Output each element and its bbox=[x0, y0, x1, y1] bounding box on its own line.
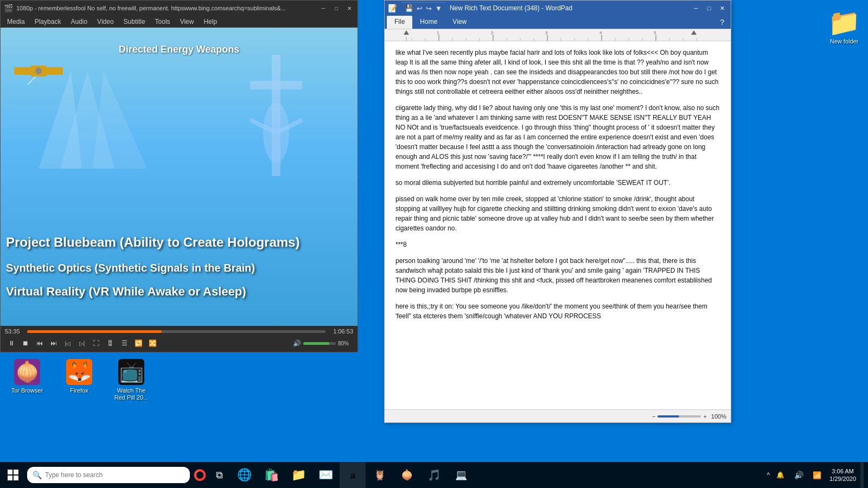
video-overlay-text2: Project Bluebeam (Ability to Create Holo… bbox=[6, 235, 299, 250]
firefox-icon-img: 🦊 bbox=[66, 359, 92, 385]
desktop-icon-watch-red-pill[interactable]: 📺 Watch TheRed Pill 20... bbox=[110, 357, 153, 403]
vlc-app-icon: 🎬 bbox=[4, 4, 13, 12]
svg-rect-45 bbox=[8, 470, 12, 474]
svg-text:1: 1 bbox=[437, 30, 439, 35]
desktop-icon-tor-browser[interactable]: 🧅 Tor Browser bbox=[5, 357, 49, 396]
fullscreen-button[interactable]: ⛶ bbox=[90, 337, 103, 350]
qat-undo[interactable]: ↩ bbox=[417, 4, 423, 12]
taskbar-app-amazon[interactable]: 𝐚 bbox=[340, 462, 366, 488]
taskbar-app-vlc[interactable]: 🎵 bbox=[421, 462, 447, 488]
wordpad-titlebar[interactable]: 📝 💾 ↩ ↪ ▼ New Rich Text Document (348) -… bbox=[385, 1, 731, 16]
playlist-button[interactable]: ☰ bbox=[118, 337, 131, 350]
play-pause-button[interactable]: ⏸ bbox=[5, 337, 18, 350]
vlc-menu-view[interactable]: View bbox=[176, 16, 199, 28]
qat-redo[interactable]: ↪ bbox=[426, 4, 432, 12]
search-icon: 🔍 bbox=[33, 471, 42, 479]
taskbar-app-store[interactable]: 🛍️ bbox=[258, 462, 284, 488]
wordpad-minimize-button[interactable]: ─ bbox=[691, 3, 701, 14]
system-tray: ^ 🔔 🔊 📶 3:06 AM 1/29/2020 bbox=[762, 462, 868, 488]
zoom-pct-label: 100% bbox=[711, 413, 726, 420]
desktop: 🎬 1080p - rememberlessfool No self, no f… bbox=[0, 0, 868, 488]
wordpad-maximize-button[interactable]: □ bbox=[704, 3, 714, 14]
vlc-title: 1080p - rememberlessfool No self, no fre… bbox=[16, 5, 315, 11]
svg-text:3: 3 bbox=[545, 30, 548, 35]
loop-button[interactable]: 🔁 bbox=[132, 337, 145, 350]
new-folder-label: New folder bbox=[830, 38, 859, 45]
vlc-menu-audio[interactable]: Audio bbox=[66, 16, 92, 28]
taskbar-app-mail[interactable]: ✉️ bbox=[312, 462, 339, 488]
zoom-in-button[interactable]: + bbox=[703, 413, 706, 420]
firefox-label: Firefox bbox=[70, 387, 88, 394]
progress-track[interactable] bbox=[27, 330, 326, 333]
clock-date: 1/29/2020 bbox=[829, 475, 856, 483]
desktop-show-button[interactable] bbox=[860, 462, 864, 488]
svg-rect-9 bbox=[250, 81, 302, 89]
tray-volume-icon[interactable]: 🔊 bbox=[790, 467, 807, 483]
zoom-out-button[interactable]: − bbox=[652, 413, 655, 420]
tray-notification-icon[interactable]: 🔔 bbox=[772, 467, 788, 483]
ribbon-help-button[interactable]: ? bbox=[716, 16, 729, 29]
search-input[interactable] bbox=[45, 471, 184, 479]
zoom-track[interactable] bbox=[658, 415, 701, 418]
task-view-button[interactable]: ⧉ bbox=[209, 462, 229, 488]
svg-rect-1 bbox=[14, 67, 30, 75]
taskbar-app-tripadvisor[interactable]: 🦉 bbox=[367, 462, 393, 488]
wordpad-content-area[interactable]: like what I've seen recently plus maybe … bbox=[385, 41, 731, 409]
ribbon-tabs: File Home View ? bbox=[385, 16, 731, 29]
volume-track[interactable] bbox=[303, 342, 336, 345]
next-button[interactable]: ⏭ bbox=[47, 337, 60, 350]
taskbar-app-explorer[interactable]: 📁 bbox=[285, 462, 311, 488]
desktop-icon-firefox[interactable]: 🦊 Firefox bbox=[58, 357, 101, 396]
start-button[interactable] bbox=[0, 462, 26, 488]
vlc-menu-tools[interactable]: Tools bbox=[151, 16, 175, 28]
volume-area: 🔊 80% bbox=[293, 339, 353, 347]
tor-browser-label: Tor Browser bbox=[11, 387, 43, 394]
shuffle-button[interactable]: 🔀 bbox=[146, 337, 159, 350]
qat-more[interactable]: ▼ bbox=[435, 4, 442, 12]
vlc-titlebar[interactable]: 🎬 1080p - rememberlessfool No self, no f… bbox=[1, 1, 358, 16]
volume-fill bbox=[303, 342, 329, 345]
watch-red-pill-label: Watch TheRed Pill 20... bbox=[114, 387, 148, 401]
taskbar-search[interactable]: 🔍 bbox=[27, 467, 190, 483]
ribbon-tab-file[interactable]: File bbox=[387, 16, 412, 29]
qat-save[interactable]: 💾 bbox=[405, 4, 413, 12]
extended-settings-button[interactable]: 🎛 bbox=[104, 337, 117, 350]
desktop-icon-new-folder[interactable]: 📁 New folder bbox=[826, 5, 863, 47]
svg-marker-7 bbox=[93, 71, 147, 169]
video-content: Directed Energy Weapons Project Bluebeam… bbox=[1, 28, 358, 326]
vlc-menu-playback[interactable]: Playback bbox=[30, 16, 66, 28]
stop-button[interactable]: ⏹ bbox=[19, 337, 32, 350]
wordpad-app-icon: 📝 bbox=[388, 4, 397, 12]
ruler: 1 1 2 3 4 5 bbox=[385, 29, 731, 41]
vlc-menu-video[interactable]: Video bbox=[93, 16, 118, 28]
cortana-button[interactable]: ⭕ bbox=[190, 462, 209, 488]
ribbon-tab-view[interactable]: View bbox=[445, 16, 474, 29]
svg-text:2: 2 bbox=[491, 30, 494, 35]
vlc-maximize-button[interactable]: □ bbox=[331, 3, 341, 13]
tray-network-icon[interactable]: 📶 bbox=[809, 467, 825, 483]
vlc-menu-help[interactable]: Help bbox=[199, 16, 221, 28]
taskbar-app-edge[interactable]: 🌐 bbox=[231, 462, 257, 488]
windows-logo-icon bbox=[8, 470, 18, 480]
ruler-svg: 1 1 2 3 4 5 bbox=[385, 29, 731, 41]
tor-browser-icon-img: 🧅 bbox=[14, 359, 40, 385]
ribbon-tab-home[interactable]: Home bbox=[412, 16, 445, 29]
vlc-menu-subtitle[interactable]: Subtitle bbox=[119, 16, 150, 28]
prev-button[interactable]: ⏮ bbox=[33, 337, 46, 350]
wordpad-statusbar: − + 100% bbox=[385, 409, 731, 422]
taskbar-app-unknown[interactable]: 💻 bbox=[448, 462, 474, 488]
frame-next-button[interactable]: ▷| bbox=[75, 337, 88, 350]
time-total: 1:06:53 bbox=[329, 328, 353, 335]
taskbar-app-tor[interactable]: 🧅 bbox=[394, 462, 420, 488]
svg-rect-46 bbox=[14, 470, 18, 474]
vlc-minimize-button[interactable]: ─ bbox=[318, 3, 328, 13]
vlc-close-button[interactable]: ✕ bbox=[344, 3, 354, 13]
frame-prev-button[interactable]: |◁ bbox=[61, 337, 74, 350]
video-overlay-text1: Directed Energy Weapons bbox=[119, 44, 240, 55]
cross-figure bbox=[227, 55, 325, 228]
content-para6: person toalking 'around 'me' '/'to 'me '… bbox=[395, 256, 720, 295]
system-clock[interactable]: 3:06 AM 1/29/2020 bbox=[827, 467, 858, 483]
vlc-menu-media[interactable]: Media bbox=[3, 16, 29, 28]
show-hidden-icons-button[interactable]: ^ bbox=[767, 471, 770, 479]
wordpad-close-button[interactable]: ✕ bbox=[717, 3, 727, 14]
